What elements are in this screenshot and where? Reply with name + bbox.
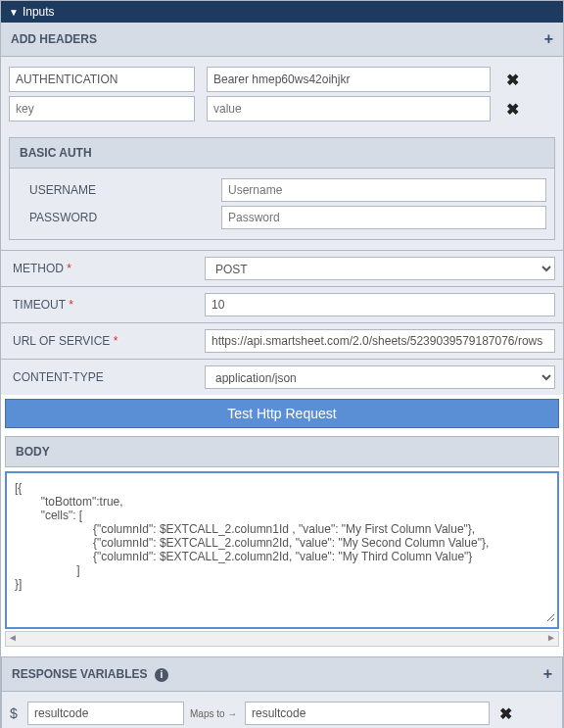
timeout-label: TIMEOUT * <box>9 298 205 312</box>
response-var-name-input[interactable] <box>27 702 184 725</box>
collapse-triangle-icon: ▼ <box>9 7 19 18</box>
password-input[interactable] <box>221 206 546 229</box>
header-value-input[interactable] <box>207 67 491 92</box>
remove-response-variable-button[interactable]: ✖ <box>495 704 515 723</box>
content-type-select[interactable]: application/json <box>205 365 555 389</box>
password-label: PASSWORD <box>18 211 213 224</box>
dollar-sign-icon: $ <box>10 705 22 721</box>
timeout-input[interactable] <box>205 293 555 316</box>
response-variable-row: $ Maps to → ✖ <box>10 702 554 725</box>
response-variables-label: RESPONSE VARIABLES <box>12 667 147 681</box>
maps-to-label: Maps to → <box>190 708 239 719</box>
response-var-expr-input[interactable] <box>245 702 490 725</box>
response-variables-title-bar: RESPONSE VARIABLES i + <box>1 656 563 692</box>
username-label: USERNAME <box>18 183 213 197</box>
info-icon[interactable]: i <box>155 668 168 682</box>
url-label: URL OF SERVICE * <box>9 334 205 348</box>
horizontal-scrollbar[interactable] <box>5 631 559 647</box>
header-row: ✖ <box>9 67 555 92</box>
body-container <box>5 471 559 629</box>
add-response-variable-button[interactable]: + <box>543 665 552 683</box>
response-variables-body: $ Maps to → ✖ $ Maps to → ✖ <box>1 692 563 728</box>
add-headers-title-bar: ADD HEADERS + <box>1 23 563 57</box>
body-textarea[interactable] <box>9 475 555 622</box>
test-http-request-button[interactable]: Test Http Request <box>5 399 559 428</box>
basic-auth-body: USERNAME PASSWORD <box>10 169 554 239</box>
basic-auth-title-bar: BASIC AUTH <box>10 138 554 169</box>
header-key-input[interactable] <box>9 96 195 121</box>
body-title: BODY <box>5 436 559 467</box>
remove-header-button[interactable]: ✖ <box>502 100 522 119</box>
inputs-title: Inputs <box>23 5 55 19</box>
arrow-right-icon: → <box>227 708 237 719</box>
add-headers-label: ADD HEADERS <box>11 32 97 46</box>
header-value-input[interactable] <box>207 96 491 121</box>
remove-header-button[interactable]: ✖ <box>502 71 522 89</box>
username-input[interactable] <box>221 178 546 202</box>
content-type-label: CONTENT-TYPE <box>9 370 205 384</box>
method-label: METHOD * <box>9 262 205 275</box>
method-select[interactable]: POST <box>205 257 555 280</box>
url-input[interactable] <box>205 329 555 353</box>
inputs-header[interactable]: ▼ Inputs <box>1 1 563 23</box>
add-header-button[interactable]: + <box>544 30 553 48</box>
basic-auth-label: BASIC AUTH <box>20 146 92 160</box>
add-headers-body: ✖ ✖ <box>1 57 563 131</box>
header-row: ✖ <box>9 96 555 121</box>
header-key-input[interactable] <box>9 67 195 92</box>
